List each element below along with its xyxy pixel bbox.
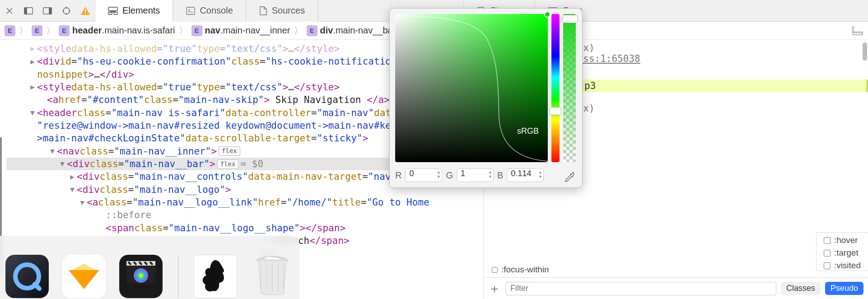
breadcrumb-item[interactable]: nav.main-nav__inner xyxy=(205,25,290,36)
b-label: B xyxy=(497,170,503,181)
tab-label: Elements xyxy=(122,5,160,16)
chevron-right-icon: 〉 xyxy=(293,24,304,37)
dock-app-quicktime[interactable] xyxy=(5,255,49,298)
svg-rect-6 xyxy=(85,13,86,14)
g-label: G xyxy=(446,170,453,181)
svg-rect-13 xyxy=(853,32,863,35)
element-chip-icon[interactable]: E xyxy=(191,25,202,36)
chevron-right-icon: 〉 xyxy=(178,24,189,37)
dock-app-final-cut[interactable] xyxy=(119,255,163,298)
hue-slider[interactable] xyxy=(551,14,560,162)
pseudo-button[interactable]: Pseudo xyxy=(825,282,863,295)
selected-node-marker: = $0 xyxy=(240,158,263,170)
svg-rect-5 xyxy=(85,9,86,12)
element-chip-icon[interactable]: E xyxy=(307,25,317,36)
r-label: R xyxy=(395,170,401,181)
dock-item-trash[interactable] xyxy=(251,255,294,298)
svg-point-17 xyxy=(134,268,148,283)
close-icon[interactable] xyxy=(0,0,19,22)
stepper-icon[interactable]: ▴▾ xyxy=(489,170,491,179)
toggle-target[interactable]: :target xyxy=(824,248,861,258)
svg-rect-10 xyxy=(187,7,195,14)
tab-label: Sources xyxy=(272,5,305,16)
element-chip-icon[interactable]: E xyxy=(59,25,70,36)
r-input[interactable]: 0▴▾ xyxy=(405,168,442,182)
tab-hidden-1 xyxy=(318,0,318,22)
breadcrumb-item[interactable]: div.main-nav__bar xyxy=(320,25,396,36)
element-chip-icon[interactable]: E xyxy=(32,25,42,36)
eyedropper-icon[interactable] xyxy=(564,171,576,183)
warning-icon[interactable] xyxy=(76,0,95,22)
svg-rect-7 xyxy=(108,7,117,11)
scrollbar[interactable] xyxy=(863,42,867,61)
color-picker: sRGB R 0▴▾ G 1▴▾ B 0.114▴▾ xyxy=(389,8,583,188)
dock-item-document[interactable] xyxy=(194,255,237,298)
svg-point-4 xyxy=(63,8,70,14)
color-canvas[interactable]: sRGB xyxy=(395,14,548,162)
tab-console[interactable]: Console xyxy=(173,0,246,22)
breadcrumb-item[interactable]: header.main-nav.is-safari xyxy=(72,25,175,36)
svg-rect-3 xyxy=(49,7,51,14)
macos-dock xyxy=(0,236,299,299)
svg-rect-9 xyxy=(114,12,117,14)
alpha-slider[interactable] xyxy=(563,14,576,162)
classes-button[interactable]: Classes xyxy=(781,282,821,295)
svg-rect-1 xyxy=(24,7,27,14)
dock-left-icon[interactable] xyxy=(19,0,38,22)
sources-icon xyxy=(259,6,267,15)
toggle-hover[interactable]: :hover xyxy=(824,235,861,245)
g-input[interactable]: 1▴▾ xyxy=(457,168,494,182)
dock-app-sketch[interactable] xyxy=(62,255,106,298)
dock-divider xyxy=(178,255,178,298)
stepper-icon[interactable]: ▴▾ xyxy=(438,170,440,179)
filter-input[interactable] xyxy=(505,282,776,295)
styles-filter-bar: ＋ Classes Pseudo xyxy=(484,277,868,299)
toggle-focus-within[interactable]: :focus-within xyxy=(492,265,549,275)
color-handle[interactable] xyxy=(544,11,551,18)
element-chip-icon[interactable]: E xyxy=(5,25,15,36)
console-icon xyxy=(186,7,195,15)
gamut-label: sRGB xyxy=(517,126,539,136)
tab-label: Console xyxy=(200,5,233,16)
tab-elements[interactable]: Elements xyxy=(95,0,173,22)
elements-icon xyxy=(108,7,118,15)
inspect-element-icon[interactable] xyxy=(57,0,76,22)
pseudo-state-toggles: :hover :target :visited xyxy=(816,232,868,271)
dock-right-icon[interactable] xyxy=(38,0,57,22)
chevron-right-icon: 〉 xyxy=(18,24,29,37)
b-input[interactable]: 0.114▴▾ xyxy=(507,168,544,182)
toggle-visited[interactable]: :visited xyxy=(824,261,861,271)
tab-sources[interactable]: Sources xyxy=(246,0,318,22)
ruler-icon[interactable] xyxy=(852,26,863,36)
add-rule-icon[interactable]: ＋ xyxy=(488,280,501,297)
svg-rect-8 xyxy=(108,12,112,14)
chevron-right-icon: 〉 xyxy=(45,24,56,37)
stepper-icon[interactable]: ▴▾ xyxy=(539,170,541,179)
flex-badge: flex xyxy=(219,146,240,156)
